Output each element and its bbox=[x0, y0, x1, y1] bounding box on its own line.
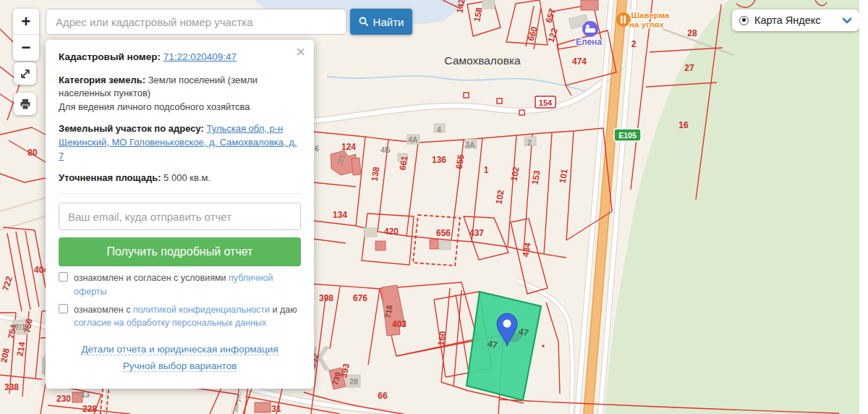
area-label: Уточненная площадь: bbox=[59, 172, 161, 183]
agree-privacy-row: ознакомлен с политикой конфиденциальност… bbox=[59, 303, 301, 329]
map-label: 3А bbox=[465, 140, 475, 149]
cadastral-number-label: Кадастровый номер: bbox=[59, 51, 161, 62]
map-label: 655 bbox=[454, 153, 467, 169]
map-label: Самохваловка bbox=[444, 54, 521, 67]
map-label: 13 bbox=[81, 390, 90, 399]
cadastral-map-page: { "search": { "placeholder": "Адрес или … bbox=[0, 0, 868, 414]
agree-privacy-text2: и даю bbox=[270, 305, 297, 315]
chevron-down-icon bbox=[842, 17, 852, 24]
map-label: 28 bbox=[349, 377, 358, 386]
map-label: 47 bbox=[487, 339, 499, 351]
road-sign-label: 154 bbox=[539, 98, 553, 107]
map-label: 228 bbox=[82, 404, 97, 414]
manual-select-link[interactable]: Ручной выбор вариантов bbox=[123, 360, 237, 372]
map-label: 676 bbox=[353, 293, 367, 303]
search-button-label: Найти bbox=[373, 16, 404, 28]
road-sign-154: 154 bbox=[535, 96, 556, 108]
area-value: 5 000 кв.м. bbox=[163, 172, 210, 183]
map-label: 27 bbox=[684, 63, 694, 73]
highway-badge-label: E105 bbox=[618, 131, 637, 140]
personal-data-link[interactable]: согласие на обработку персональных данны… bbox=[74, 318, 266, 328]
parcel-info-popup: × Кадастровый номер: 71:22:020409:47 Кат… bbox=[46, 40, 314, 389]
get-report-button[interactable]: Получить подробный отчет bbox=[59, 237, 301, 266]
search-icon bbox=[359, 17, 369, 27]
privacy-policy-link[interactable]: политикой конфиденциальности bbox=[133, 305, 270, 315]
category-row: Категория земель: Земли поселений (земли… bbox=[59, 74, 301, 115]
zoom-out-button[interactable]: − bbox=[13, 35, 39, 61]
map-label: 66 bbox=[378, 391, 388, 401]
zoom-in-button[interactable]: + bbox=[13, 9, 39, 35]
map-label: 16 bbox=[678, 120, 689, 130]
map-label: 136 bbox=[432, 155, 446, 165]
agree-offer-row: ознакомлен и согласен с условиями публич… bbox=[59, 271, 301, 297]
fullscreen-button[interactable] bbox=[14, 62, 36, 85]
map-label: 28 bbox=[687, 28, 697, 38]
category-label: Категория земель: bbox=[59, 75, 145, 85]
map-label: 138 bbox=[370, 166, 382, 182]
map-label: 31 bbox=[271, 404, 281, 414]
map-label: 437 bbox=[469, 228, 484, 238]
report-details-link[interactable]: Детали отчета и юридическая информация bbox=[81, 344, 278, 355]
cadastral-number-row: Кадастровый номер: 71:22:020409:47 bbox=[59, 50, 301, 64]
print-button[interactable] bbox=[14, 93, 36, 115]
poi-food-icon[interactable] bbox=[616, 12, 631, 27]
divider bbox=[59, 193, 301, 194]
right-edge-panel bbox=[859, 0, 868, 414]
map-label: 134 bbox=[333, 210, 347, 220]
address-label: Земельный участок по адресу: bbox=[59, 123, 204, 134]
area-row: Уточненная площадь: 5 000 кв.м. bbox=[59, 172, 301, 185]
map-label: 4А bbox=[408, 135, 418, 144]
email-field[interactable] bbox=[59, 203, 301, 230]
map-label: 124 bbox=[341, 142, 356, 152]
map-label: 474 bbox=[572, 56, 587, 67]
map-label: 4Б bbox=[380, 145, 391, 154]
expand-icon bbox=[20, 68, 31, 80]
map-label: на углях bbox=[629, 20, 664, 29]
map-label: 403 bbox=[392, 319, 407, 329]
map-label: 17/14 bbox=[11, 323, 30, 331]
search-input[interactable] bbox=[46, 9, 346, 35]
map-label: 398 bbox=[319, 293, 333, 303]
map-label: 80 bbox=[27, 148, 38, 158]
printer-icon bbox=[20, 98, 31, 110]
offer-checkbox[interactable] bbox=[59, 272, 68, 282]
poi-hotel-icon[interactable] bbox=[582, 21, 598, 37]
map-label: 1 bbox=[484, 165, 489, 175]
close-icon[interactable]: × bbox=[296, 44, 305, 60]
popup-footer-links: Детали отчета и юридическая информация Р… bbox=[59, 344, 301, 377]
map-label: 230 bbox=[56, 394, 71, 404]
search-button[interactable]: Найти bbox=[350, 9, 412, 35]
map-label: 420 bbox=[384, 227, 399, 237]
map-label: 2 bbox=[631, 39, 637, 49]
map-label: 6 bbox=[315, 144, 319, 153]
highway-badge: E105 bbox=[614, 129, 641, 141]
privacy-checkbox[interactable] bbox=[59, 304, 68, 313]
map-label: Елена bbox=[576, 37, 602, 47]
map-label: 338 bbox=[4, 382, 19, 392]
category-note: Для ведения личного подсобного хозяйтсва bbox=[59, 101, 250, 112]
zoom-controls: + − bbox=[13, 9, 39, 61]
map-label: 4 bbox=[437, 125, 441, 134]
cadastral-number-link[interactable]: 71:22:020409:47 bbox=[163, 51, 237, 62]
map-label: 656 bbox=[436, 228, 451, 238]
map-label: 2 bbox=[527, 138, 532, 147]
agree-offer-text: ознакомлен и согласен с условиями bbox=[74, 273, 229, 283]
map-label: Шаверма bbox=[631, 11, 670, 20]
address-row: Земельный участок по адресу: Тульская об… bbox=[59, 122, 301, 164]
map-type-label: Карта Яндекс bbox=[754, 14, 821, 26]
map-label: 160 bbox=[436, 330, 448, 346]
map-type-selector[interactable]: Карта Яндекс bbox=[732, 9, 859, 31]
agree-privacy-text1: ознакомлен с bbox=[74, 305, 133, 315]
radio-selected-icon bbox=[739, 16, 749, 25]
